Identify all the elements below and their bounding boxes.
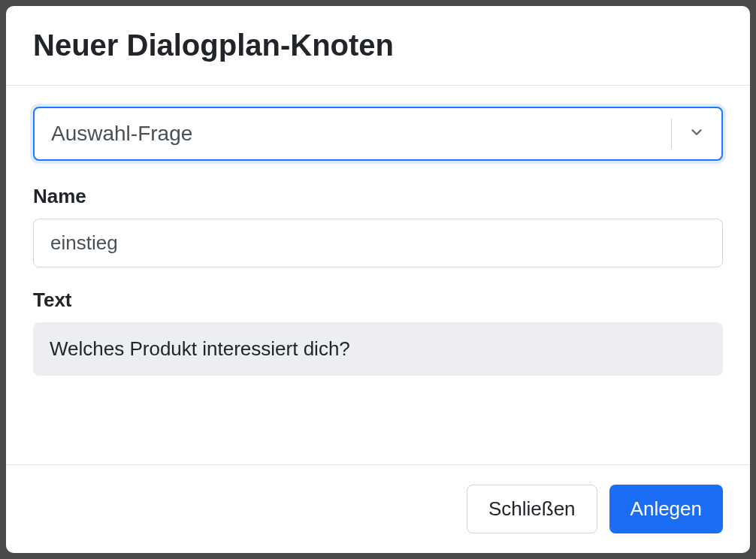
name-label: Name [33,185,723,208]
text-input[interactable]: Welches Produkt interessiert dich? [33,322,723,376]
text-form-group: Text Welches Produkt interessiert dich? [33,289,723,376]
modal-new-dialog-node: Neuer Dialogplan-Knoten Name Text Welche… [6,6,750,553]
name-input[interactable] [33,219,723,267]
modal-title: Neuer Dialogplan-Knoten [33,29,723,62]
modal-header: Neuer Dialogplan-Knoten [6,6,750,86]
name-form-group: Name [33,185,723,267]
node-type-select[interactable] [33,107,723,161]
create-button[interactable]: Anlegen [609,485,723,533]
text-label: Text [33,289,723,312]
modal-body: Name Text Welches Produkt interessiert d… [6,86,750,464]
node-type-select-wrapper [33,107,723,161]
modal-footer: Schließen Anlegen [6,464,750,553]
close-button[interactable]: Schließen [467,485,597,533]
